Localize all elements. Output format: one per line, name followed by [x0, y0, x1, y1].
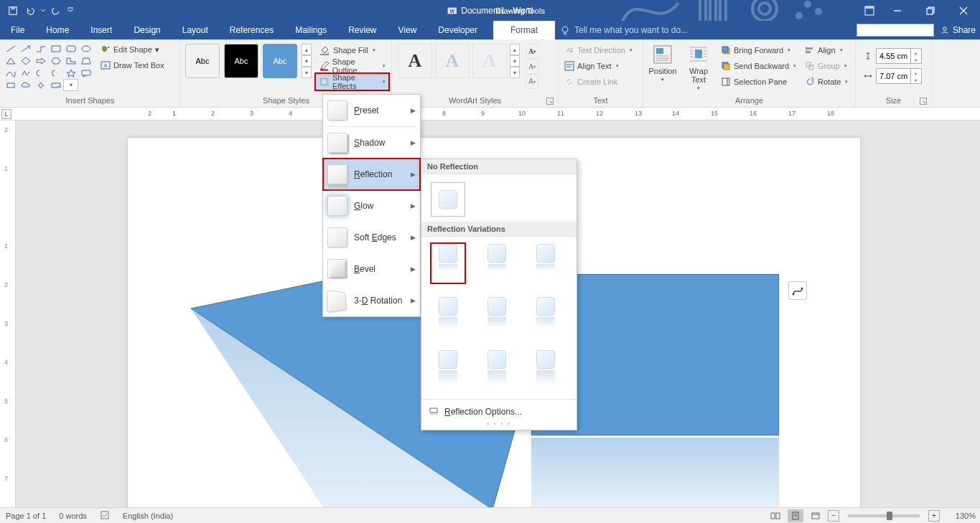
shape-hexagon-icon[interactable]	[48, 55, 63, 67]
shape-fill-button[interactable]: Shape Fill▾	[316, 42, 388, 58]
proofing-icon[interactable]	[100, 510, 110, 522]
search-box[interactable]	[857, 24, 934, 37]
fx-bevel[interactable]: Bevel▶	[323, 253, 420, 285]
gallery-down-icon[interactable]: ▾	[302, 55, 312, 67]
shape-rect-icon[interactable]	[48, 42, 63, 55]
tab-references[interactable]: References	[219, 21, 284, 39]
undo-icon[interactable]	[22, 2, 39, 19]
shape-roundrect-icon[interactable]	[63, 42, 78, 55]
fx-reflection[interactable]: Reflection▶	[323, 159, 420, 190]
shape-curve-icon[interactable]	[3, 67, 18, 79]
height-input[interactable]: 4.55 cm▴▾	[876, 48, 922, 64]
tab-format[interactable]: Format	[493, 21, 555, 39]
reflection-var-6[interactable]	[529, 297, 562, 336]
fx-3d-rotation[interactable]: 3-D Rotation▶	[323, 285, 420, 316]
shape-style-gallery[interactable]: Abc Abc Abc ▴ ▾ ▾	[184, 41, 313, 81]
width-down-icon[interactable]: ▾	[910, 76, 920, 83]
word-count[interactable]: 0 words	[59, 512, 87, 520]
shapes-gallery[interactable]: ▾	[3, 41, 95, 93]
restore-button[interactable]	[914, 0, 947, 21]
reflection-var-4[interactable]	[431, 297, 465, 336]
draw-text-box-button[interactable]: A Draw Text Box	[98, 58, 167, 72]
qat-customize-icon[interactable]	[65, 2, 76, 19]
language-indicator[interactable]: English (India)	[123, 512, 173, 520]
tab-developer[interactable]: Developer	[427, 21, 488, 39]
redo-icon[interactable]	[47, 2, 65, 19]
text-fill-button[interactable]: A▾	[526, 44, 538, 59]
shape-bracket-icon[interactable]	[33, 67, 48, 79]
minimize-button[interactable]	[881, 0, 914, 21]
group-button[interactable]: Group▾	[802, 58, 851, 74]
wordart-thumb-3[interactable]: A	[472, 44, 507, 78]
tab-home[interactable]: Home	[35, 21, 80, 39]
tab-file[interactable]: File	[0, 21, 35, 39]
share-button[interactable]: Share	[940, 25, 976, 35]
height-down-icon[interactable]: ▾	[910, 56, 920, 63]
shape-oval-icon[interactable]	[78, 42, 93, 55]
fx-glow[interactable]: Glow▶	[323, 190, 420, 222]
width-up-icon[interactable]: ▴	[910, 69, 920, 76]
shape-trapezoid-icon[interactable]	[78, 55, 93, 67]
width-input[interactable]: 7.07 cm▴▾	[876, 68, 922, 84]
wordart-gallery[interactable]: A A A ▴ ▾ ▾	[395, 41, 523, 81]
shape-outline-button[interactable]: Shape Outline▾	[316, 58, 388, 74]
style-thumb-2[interactable]: Abc	[224, 44, 258, 78]
shape-rarrow-icon[interactable]	[33, 55, 48, 67]
page-indicator[interactable]: Page 1 of 1	[6, 512, 46, 520]
selection-pane-button[interactable]: Selection Pane	[718, 74, 799, 90]
save-icon[interactable]	[4, 2, 22, 19]
fx-soft-edges[interactable]: Soft Edges▶	[323, 222, 420, 253]
read-mode-button[interactable]	[767, 509, 783, 522]
reflection-options-button[interactable]: Reflection Options...	[421, 402, 577, 421]
shape-diamond-icon[interactable]	[18, 55, 33, 67]
align-button[interactable]: Align▾	[802, 42, 851, 58]
reflection-var-7[interactable]	[431, 350, 465, 389]
wa-gallery-down-icon[interactable]: ▾	[510, 55, 520, 67]
tab-insert[interactable]: Insert	[80, 21, 123, 39]
edit-shape-button[interactable]: Edit Shape▾	[98, 42, 167, 57]
no-reflection-option[interactable]	[431, 183, 465, 216]
shape-cloud-icon[interactable]	[18, 79, 33, 91]
shape-banner-icon[interactable]	[48, 79, 63, 91]
tell-me[interactable]: Tell me what you want to do...	[560, 21, 688, 39]
tab-review[interactable]: Review	[337, 21, 387, 39]
align-text-button[interactable]: Align Text▾	[561, 58, 635, 74]
size-dialog-launcher[interactable]	[920, 98, 927, 105]
wordart-dialog-launcher[interactable]	[546, 98, 554, 105]
fx-shadow[interactable]: Shadow▶	[323, 127, 420, 159]
wa-gallery-more-icon[interactable]: ▾	[510, 67, 520, 78]
wordart-thumb-1[interactable]: A	[398, 44, 432, 78]
tab-layout[interactable]: Layout	[172, 21, 219, 39]
tab-design[interactable]: Design	[123, 21, 171, 39]
reflection-var-1[interactable]	[431, 244, 465, 283]
flyout-grip[interactable]: • • • •	[421, 421, 577, 427]
wa-gallery-up-icon[interactable]: ▴	[510, 44, 520, 55]
tab-view[interactable]: View	[388, 21, 428, 39]
shape-more-icon[interactable]: ▾	[63, 79, 78, 91]
shape-elbow-icon[interactable]	[33, 42, 48, 55]
zoom-level[interactable]: 130%	[944, 512, 976, 520]
reflection-var-2[interactable]	[480, 244, 513, 283]
zoom-in-button[interactable]: +	[928, 510, 940, 522]
shape-brace-icon[interactable]	[48, 67, 63, 79]
rotate-button[interactable]: Rotate▾	[802, 74, 851, 90]
wordart-thumb-2[interactable]: A	[435, 44, 470, 78]
reflection-var-3[interactable]	[529, 244, 562, 283]
gallery-more-icon[interactable]: ▾	[302, 67, 312, 78]
shape-flowchart-icon[interactable]	[3, 79, 18, 91]
shape-effects-button[interactable]: Shape Effects▾	[316, 74, 388, 90]
create-link-button[interactable]: Create Link	[561, 74, 635, 90]
shape-lshape-icon[interactable]	[63, 55, 78, 67]
shape-triangle-icon[interactable]	[3, 55, 18, 67]
layout-options-button[interactable]	[788, 281, 807, 300]
fx-preset[interactable]: Preset▶	[323, 95, 420, 126]
zoom-thumb[interactable]	[887, 512, 892, 520]
gallery-up-icon[interactable]: ▴	[302, 44, 312, 55]
tab-selector[interactable]: L	[1, 109, 11, 119]
ruler-horizontal[interactable]: L 12123456789101112131415161718	[0, 108, 980, 121]
shape-sun-icon[interactable]	[33, 79, 48, 91]
height-up-icon[interactable]: ▴	[910, 49, 920, 56]
reflection-var-5[interactable]	[480, 297, 513, 336]
reflection-var-9[interactable]	[529, 350, 562, 389]
style-thumb-1[interactable]: Abc	[185, 44, 220, 78]
